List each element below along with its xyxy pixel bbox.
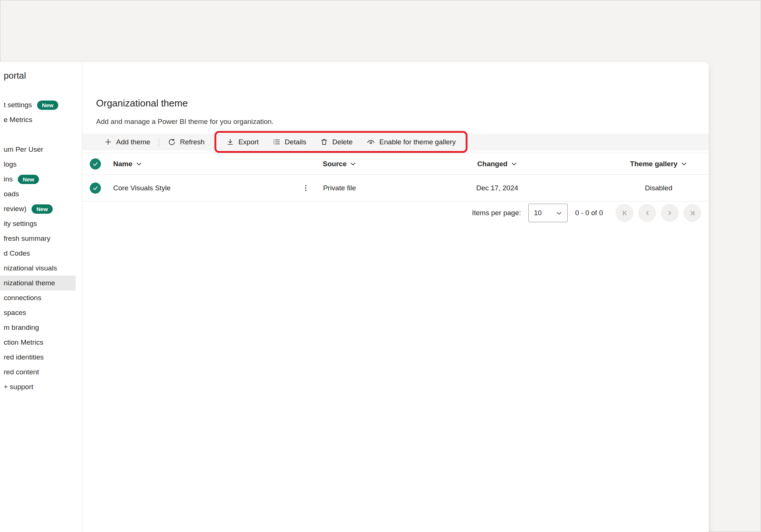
admin-portal-panel: portal t settings New e Metrics um Per U… [0, 62, 709, 532]
add-theme-button[interactable]: Add theme [97, 134, 157, 150]
theme-changed-date: Dec 17, 2024 [476, 184, 518, 192]
add-theme-label: Add theme [116, 138, 150, 146]
enable-theme-gallery-button[interactable]: Enable for theme gallery [360, 134, 463, 150]
chevron-down-icon [136, 161, 142, 167]
sidebar-item-nizational-visuals[interactable]: nizational visuals [0, 261, 82, 276]
table-header: Name Source Changed Theme gallery [82, 153, 709, 175]
sidebar-item-label: + support [4, 383, 33, 391]
select-all-checkbox[interactable] [90, 158, 101, 170]
theme-gallery-status: Disabled [645, 184, 672, 192]
sidebar-item-review[interactable]: review) New [0, 201, 82, 216]
column-label: Name [113, 160, 132, 168]
column-header-changed[interactable]: Changed [386, 160, 609, 168]
new-badge: New [37, 101, 58, 110]
sidebar-item-fresh-summary[interactable]: fresh summary [0, 231, 82, 246]
items-per-page-select[interactable]: 10 [528, 204, 568, 222]
items-per-page-label: Items per page: [472, 209, 521, 217]
chevron-down-icon [350, 161, 356, 167]
sidebar-item-t-settings[interactable]: t settings New [0, 98, 82, 112]
page-subtitle: Add and manage a Power BI theme for you … [96, 118, 273, 126]
items-per-page-value: 10 [534, 209, 542, 217]
column-header-source[interactable]: Source [293, 160, 386, 168]
sidebar-item-label: e Metrics [4, 116, 32, 124]
plus-icon [104, 138, 112, 146]
previous-page-button[interactable] [638, 204, 656, 222]
sidebar-item-label: nizational theme [4, 279, 55, 287]
chevron-down-icon [556, 210, 562, 216]
sidebar-item-label: red identities [4, 353, 44, 361]
table-row[interactable]: Core Visuals Style Private file Dec 17, … [82, 175, 709, 201]
sidebar-item-ins[interactable]: ins New [0, 172, 82, 187]
column-label: Changed [477, 160, 507, 168]
toolbar-divider [159, 137, 159, 147]
theme-name: Core Visuals Style [113, 184, 171, 192]
sidebar-item-label: spaces [4, 309, 26, 317]
sidebar-item-oads[interactable]: oads [0, 187, 82, 201]
list-icon [273, 138, 281, 146]
sidebar-item-nizational-theme[interactable]: nizational theme [0, 276, 76, 290]
column-header-name[interactable]: Name [108, 160, 293, 168]
sidebar-item-label: oads [4, 190, 19, 198]
sidebar: portal t settings New e Metrics um Per U… [0, 62, 82, 532]
sidebar-item-ity-settings[interactable]: ity settings [0, 216, 82, 231]
sidebar-item-label: um Per User [4, 145, 43, 154]
sidebar-item-label: ins [4, 175, 13, 183]
page-title: Organizational theme [96, 97, 188, 109]
refresh-label: Refresh [180, 138, 205, 146]
sidebar-item-label: m branding [4, 324, 39, 332]
details-label: Details [285, 138, 306, 146]
delete-label: Delete [332, 138, 352, 146]
sidebar-item-red-identities[interactable]: red identities [0, 350, 82, 365]
chevron-down-icon [511, 161, 517, 167]
pagination: Items per page: 10 0 - 0 of 0 [472, 204, 701, 222]
last-page-button[interactable] [683, 204, 701, 222]
refresh-button[interactable]: Refresh [161, 134, 212, 150]
sidebar-item-logs[interactable]: logs [0, 157, 82, 172]
pagination-buttons [616, 204, 701, 222]
download-icon [226, 138, 234, 146]
sidebar-section-gap [0, 127, 82, 142]
sidebar-item-label: review) [4, 205, 26, 213]
sidebar-item-support[interactable]: + support [0, 380, 82, 394]
column-label: Source [323, 160, 347, 168]
sidebar-item-e-metrics[interactable]: e Metrics [0, 112, 82, 127]
toolbar: Add theme Refresh Export [82, 134, 709, 150]
sidebar-item-spaces[interactable]: spaces [0, 305, 82, 320]
sidebar-item-label: red content [4, 368, 39, 376]
export-label: Export [238, 138, 259, 146]
sidebar-item-red-content[interactable]: red content [0, 365, 82, 380]
delete-button[interactable]: Delete [313, 134, 360, 150]
pagination-range: 0 - 0 of 0 [575, 209, 603, 217]
column-label: Theme gallery [630, 160, 678, 168]
annotation-highlight-box: Export Details Delete [214, 131, 468, 153]
sidebar-title: portal [4, 70, 82, 81]
theme-source: Private file [323, 184, 356, 192]
sidebar-item-label: nizational visuals [4, 264, 57, 272]
sidebar-item-label: fresh summary [4, 234, 50, 243]
sidebar-item-label: t settings [4, 101, 32, 109]
first-page-button[interactable] [616, 204, 633, 222]
chevron-down-icon [681, 161, 687, 167]
sidebar-item-label: d Codes [4, 249, 30, 257]
export-button[interactable]: Export [219, 134, 266, 150]
next-page-button[interactable] [661, 204, 679, 222]
refresh-icon [168, 138, 176, 146]
eye-icon [367, 138, 375, 146]
new-badge: New [32, 204, 53, 214]
sidebar-item-ction-metrics[interactable]: ction Metrics [0, 335, 82, 350]
new-badge: New [18, 175, 39, 184]
more-options-button[interactable] [299, 182, 312, 194]
row-checkbox[interactable] [90, 183, 101, 194]
sidebar-item-m-branding[interactable]: m branding [0, 320, 82, 335]
trash-icon [320, 138, 328, 146]
sidebar-item-connections[interactable]: connections [0, 290, 82, 305]
details-button[interactable]: Details [266, 134, 313, 150]
sidebar-item-label: connections [4, 294, 41, 302]
sidebar-item-label: ity settings [4, 220, 37, 228]
sidebar-item-d-codes[interactable]: d Codes [0, 246, 82, 261]
column-header-theme-gallery[interactable]: Theme gallery [609, 160, 709, 168]
sidebar-nav: t settings New e Metrics um Per User log… [0, 98, 82, 394]
sidebar-item-label: logs [4, 160, 17, 168]
sidebar-item-label: ction Metrics [4, 338, 43, 347]
sidebar-item-um-per-user[interactable]: um Per User [0, 142, 82, 157]
